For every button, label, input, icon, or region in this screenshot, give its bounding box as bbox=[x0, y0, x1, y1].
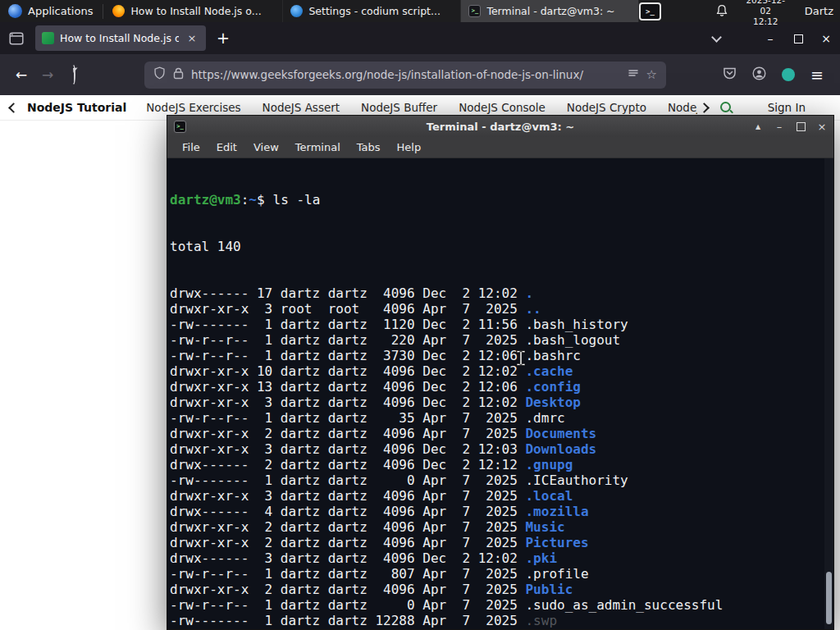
terminal-maximize-button[interactable] bbox=[796, 119, 806, 135]
bookmark-star-icon[interactable]: ☆ bbox=[646, 69, 657, 81]
terminal-close-button[interactable]: × bbox=[817, 121, 827, 133]
listing-name: Downloads bbox=[525, 441, 596, 457]
firefox-icon bbox=[112, 5, 125, 17]
terminal-listing-line: -rw-r--r-- 1 dartz dartz 3730 Dec 2 12:0… bbox=[170, 348, 822, 363]
panel-window-button-terminal[interactable]: >_Terminal - dartz@vm3: ~ bbox=[461, 0, 639, 22]
tabstrip-right: – × bbox=[713, 32, 840, 45]
terminal-listing-line: -rw-r--r-- 1 dartz dartz 35 Apr 7 2025 .… bbox=[170, 410, 822, 426]
site-nav-item[interactable]: NodeJS Console bbox=[459, 101, 546, 114]
notification-bell-icon[interactable] bbox=[715, 4, 728, 18]
navigation-toolbar: ← → https://www.geeksforgeeks.org/node-j… bbox=[0, 54, 840, 95]
terminal-listing-line: drwx------ 3 dartz dartz 4096 Dec 2 12:0… bbox=[170, 550, 822, 566]
list-all-tabs-icon[interactable] bbox=[713, 36, 720, 41]
terminal-listing-line: drwxr-xr-x 3 dartz dartz 4096 Dec 2 12:0… bbox=[170, 395, 822, 410]
listing-name: .local bbox=[525, 488, 573, 504]
site-nav-primary[interactable]: NodeJS Tutorial bbox=[27, 101, 126, 114]
tab-title: How to Install Node.js on bbox=[60, 32, 179, 44]
terminal-menu-view[interactable]: View bbox=[245, 141, 287, 153]
terminal-menu-tabs[interactable]: Tabs bbox=[349, 141, 389, 153]
listing-meta: -rw------- 1 dartz dartz 0 Apr 7 2025 bbox=[170, 472, 525, 488]
listing-name: .bash_logout bbox=[525, 332, 620, 348]
search-icon[interactable] bbox=[719, 101, 733, 115]
nav-scroll-left-icon[interactable] bbox=[10, 104, 17, 112]
terminal-listing-line: -rw-r--r-- 1 dartz dartz 0 Apr 7 2025 .s… bbox=[170, 597, 822, 613]
tray-terminal-indicator[interactable]: >_ bbox=[639, 2, 660, 21]
listing-meta: drwxr-xr-x 13 dartz dartz 4096 Dec 2 12:… bbox=[170, 379, 525, 395]
padlock-icon[interactable] bbox=[173, 67, 184, 83]
clock-time: 12:12 bbox=[742, 16, 790, 27]
extension-icon[interactable] bbox=[782, 68, 795, 81]
listing-name: .dmrc bbox=[525, 410, 564, 426]
terminal-screen[interactable]: dartz@vm3:~$ls -la total 140 drwx------ … bbox=[167, 158, 833, 629]
menu-icon[interactable]: ≡ bbox=[810, 67, 824, 83]
terminal-menu-terminal[interactable]: Terminal bbox=[287, 141, 349, 153]
site-nav-item[interactable]: NodeJS DNS bbox=[668, 101, 697, 114]
listing-meta: drwx------ 2 dartz dartz 4096 Dec 2 12:1… bbox=[170, 457, 525, 472]
listing-meta: -rw-r--r-- 1 dartz dartz 0 Apr 7 2025 bbox=[170, 597, 525, 613]
listing-meta: drwx------ 3 dartz dartz 4096 Dec 2 12:0… bbox=[170, 550, 525, 566]
applications-icon bbox=[8, 4, 22, 18]
terminal-listing-line: drwx------ 17 dartz dartz 4096 Dec 2 12:… bbox=[170, 285, 822, 301]
window-close-button[interactable]: × bbox=[812, 32, 840, 45]
terminal-listing-line: -rw------- 1 dartz dartz 0 Apr 7 2025 .I… bbox=[170, 472, 822, 488]
site-nav-item[interactable]: NodeJS Buffer bbox=[361, 101, 437, 114]
firefox-view-icon[interactable] bbox=[9, 32, 24, 45]
site-nav-item[interactable]: NodeJS Crypto bbox=[567, 101, 646, 114]
terminal-listing-line: drwx------ 4 dartz dartz 4096 Apr 7 2025… bbox=[170, 504, 822, 519]
terminal-listing-line: drwxr-xr-x 10 dartz dartz 4096 Dec 2 12:… bbox=[170, 363, 822, 379]
pocket-icon[interactable] bbox=[723, 66, 737, 83]
panel-clock[interactable]: 2025-12-02 12:12 bbox=[742, 0, 790, 27]
panel-window-button-codium[interactable]: Settings - codium script... bbox=[283, 0, 461, 22]
panel-user-label[interactable]: Dartz bbox=[805, 5, 833, 17]
listing-meta: drwxr-xr-x 3 dartz dartz 4096 Dec 2 12:0… bbox=[170, 441, 525, 457]
window-minimize-button[interactable]: – bbox=[756, 32, 784, 45]
nav-scroll-right-icon[interactable] bbox=[701, 104, 708, 112]
window-maximize-button[interactable] bbox=[784, 32, 812, 45]
forward-button: → bbox=[34, 66, 61, 83]
new-tab-button[interactable]: + bbox=[217, 30, 230, 46]
terminal-listing-line: drwxr-xr-x 3 root root 4096 Apr 7 2025 .… bbox=[170, 301, 822, 317]
listing-name: .ICEauthority bbox=[525, 472, 628, 488]
tracking-shield-icon[interactable] bbox=[153, 66, 166, 83]
reader-view-icon[interactable] bbox=[628, 67, 639, 83]
terminal-scrollbar-thumb[interactable] bbox=[826, 572, 832, 624]
listing-meta: -rw------- 1 dartz dartz 12288 Apr 7 202… bbox=[170, 613, 525, 628]
listing-name: Public bbox=[525, 582, 573, 597]
site-nav-item[interactable]: NodeJS Assert bbox=[262, 101, 340, 114]
listing-name: .. bbox=[525, 301, 541, 317]
terminal-titlebar[interactable]: >_ Terminal - dartz@vm3: ~ ▲ – × bbox=[167, 116, 833, 137]
url-text[interactable]: https://www.geeksforgeeks.org/node-js/in… bbox=[191, 68, 620, 81]
terminal-titlebar-buttons: ▲ – × bbox=[753, 119, 827, 135]
terminal-total-line: total 140 bbox=[170, 239, 822, 254]
listing-name: .swp bbox=[525, 613, 557, 628]
terminal-menu-help[interactable]: Help bbox=[389, 141, 430, 153]
terminal-menu-edit[interactable]: Edit bbox=[208, 141, 245, 153]
prompt-symbol: $ bbox=[257, 192, 265, 208]
listing-meta: -rw------- 1 dartz dartz 1120 Dec 2 11:5… bbox=[170, 317, 525, 332]
tab-close-icon[interactable]: × bbox=[185, 31, 199, 46]
panel-right: >_ 2025-12-02 12:12 Dartz bbox=[639, 0, 840, 27]
codium-icon bbox=[290, 5, 303, 17]
listing-meta: drwxr-xr-x 2 dartz dartz 4096 Apr 7 2025 bbox=[170, 628, 525, 629]
terminal-menu-file[interactable]: File bbox=[174, 141, 208, 153]
reload-button[interactable] bbox=[61, 66, 87, 83]
account-icon[interactable] bbox=[752, 66, 766, 84]
terminal-minimize-button[interactable]: – bbox=[774, 121, 784, 133]
listing-meta: drwxr-xr-x 3 dartz dartz 4096 Dec 2 12:0… bbox=[170, 395, 525, 410]
listing-meta: -rw-r--r-- 1 dartz dartz 3730 Dec 2 12:0… bbox=[170, 348, 525, 363]
listing-meta: drwxr-xr-x 2 dartz dartz 4096 Apr 7 2025 bbox=[170, 519, 525, 535]
terminal-listing-line: drwxr-xr-x 13 dartz dartz 4096 Dec 2 12:… bbox=[170, 379, 822, 395]
site-nav-item[interactable]: NodeJS Exercises bbox=[146, 101, 240, 114]
panel-window-button-firefox[interactable]: How to Install Node.js o... bbox=[105, 0, 283, 22]
terminal-command: ls -la bbox=[265, 192, 321, 208]
browser-tab[interactable]: How to Install Node.js on × bbox=[35, 25, 206, 51]
terminal-shade-button[interactable]: ▲ bbox=[753, 123, 763, 130]
sign-in-button[interactable]: Sign In bbox=[768, 101, 806, 114]
terminal-scrollbar[interactable] bbox=[824, 158, 833, 629]
screen: Applications How to Install Node.js o...… bbox=[0, 0, 840, 630]
back-button[interactable]: ← bbox=[8, 66, 34, 83]
terminal-listing-line: -rw-r--r-- 1 dartz dartz 220 Apr 7 2025 … bbox=[170, 332, 822, 348]
url-bar[interactable]: https://www.geeksforgeeks.org/node-js/in… bbox=[144, 62, 666, 89]
terminal-listing-line: drwx------ 2 dartz dartz 4096 Dec 2 12:1… bbox=[170, 457, 822, 472]
applications-menu-button[interactable]: Applications bbox=[0, 0, 101, 22]
